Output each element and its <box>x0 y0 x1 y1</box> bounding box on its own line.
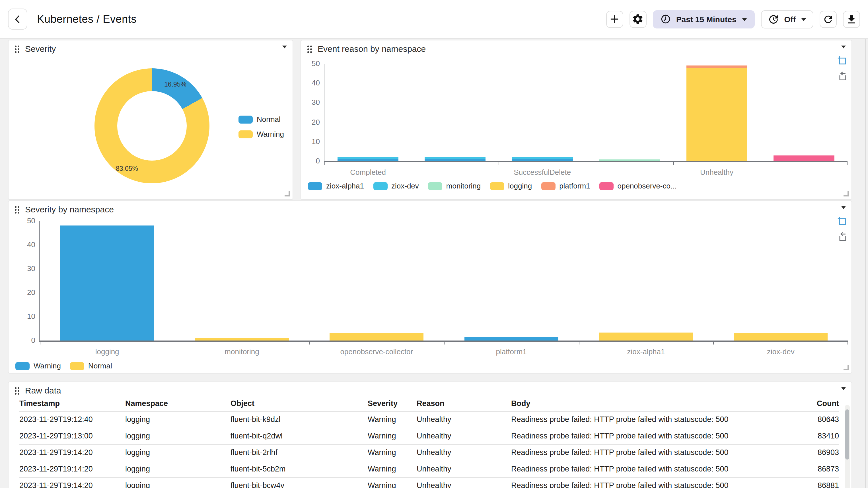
bar-segment-Normal[interactable] <box>734 333 828 340</box>
y-axis-label: 0 <box>297 157 320 166</box>
panel-menu-caret-icon[interactable] <box>841 387 846 390</box>
refresh-button[interactable] <box>819 10 837 28</box>
panel-menu-caret-icon[interactable] <box>282 45 287 49</box>
bar-segment-ziox-alpha1[interactable] <box>512 159 573 161</box>
x-axis-label: Unhealthy <box>700 168 734 177</box>
legend-item[interactable]: openobserve-co... <box>599 182 677 190</box>
dashboard-page: Kubernetes / Events Past 15 Minutes Off <box>0 0 868 488</box>
table-cell: Warning <box>368 461 416 477</box>
bar-segment-logging[interactable] <box>686 68 747 161</box>
x-axis-label: openobserve-collector <box>340 347 413 356</box>
page-title: Kubernetes / Events <box>37 13 136 25</box>
table-row: 2023-11-29T19:14:20loggingfluent-bit-bcw… <box>19 477 839 488</box>
legend-item[interactable]: logging <box>490 182 532 190</box>
settings-button[interactable] <box>629 10 647 28</box>
legend-item[interactable]: Warning <box>239 130 284 139</box>
legend-item[interactable]: Normal <box>239 115 284 124</box>
panel-severity: Severity 16.95% 83.05% NormalWarning <box>8 40 293 200</box>
auto-refresh-selector[interactable]: Off <box>761 10 813 28</box>
legend-label: ziox-dev <box>391 182 419 190</box>
y-axis-label: 40 <box>12 240 35 249</box>
panel-title: Severity by namespace <box>25 205 114 214</box>
severity-namespace-bar-chart[interactable]: 01020304050loggingmonitoringopenobserve-… <box>39 221 848 342</box>
x-axis-label: monitoring <box>224 347 259 356</box>
bar-segment-ziox-dev[interactable] <box>512 157 573 159</box>
drag-handle-icon[interactable] <box>307 45 309 47</box>
bar-segment-platform1[interactable] <box>686 66 747 68</box>
gear-icon <box>632 13 644 25</box>
resize-handle[interactable] <box>285 191 290 196</box>
panel-header: Severity by namespace <box>8 201 851 217</box>
bar-segment-ziox-alpha1[interactable] <box>425 159 486 161</box>
zoom-in-data-icon[interactable] <box>837 216 847 226</box>
legend-item[interactable]: Normal <box>70 362 112 370</box>
y-axis-label: 50 <box>297 59 320 68</box>
legend-item[interactable]: ziox-dev <box>373 182 419 190</box>
severity-legend: NormalWarning <box>239 115 284 139</box>
x-axis-label: ziox-dev <box>767 347 795 356</box>
chevron-down-icon <box>801 18 807 21</box>
bar-segment-ziox-dev[interactable] <box>425 157 486 159</box>
table-scrollbar-thumb[interactable] <box>845 409 849 460</box>
table-cell: fluent-bit-5cb2m <box>230 461 368 477</box>
bar-segment-Normal[interactable] <box>195 337 289 340</box>
legend-item[interactable]: ziox-alpha1 <box>308 182 364 190</box>
bar-segment-Normal[interactable] <box>599 332 693 340</box>
add-panel-button[interactable] <box>606 10 623 28</box>
legend-label: Warning <box>34 362 61 370</box>
bar-segment-openobserve-collector[interactable] <box>774 156 834 161</box>
x-axis-tick <box>847 340 848 344</box>
legend-item[interactable]: monitoring <box>428 182 481 190</box>
bar-segment-Warning[interactable] <box>464 337 558 340</box>
panel-tools <box>837 216 847 242</box>
x-axis-label: Completed <box>350 168 386 177</box>
legend-label: platform1 <box>559 182 590 190</box>
table-cell: logging <box>125 444 230 461</box>
panel-menu-caret-icon[interactable] <box>841 206 846 209</box>
bar-segment-Normal[interactable] <box>330 333 424 340</box>
refresh-icon <box>823 13 834 25</box>
resize-handle[interactable] <box>843 191 849 196</box>
table-cell: logging <box>125 428 230 444</box>
drag-handle-icon[interactable] <box>15 387 17 389</box>
table-cell: 86903 <box>759 444 839 461</box>
bar-segment-ziox-dev[interactable] <box>338 157 398 159</box>
panel-menu-caret-icon[interactable] <box>841 45 846 49</box>
legend-item[interactable]: Warning <box>16 362 61 370</box>
y-axis-label: 40 <box>297 79 320 88</box>
column-header: Reason <box>416 396 511 411</box>
table-row: 2023-11-29T19:14:20loggingfluent-bit-5cb… <box>19 461 839 477</box>
zoom-out-data-icon[interactable] <box>837 232 847 242</box>
panel-severity-by-namespace: Severity by namespace 01020304050logging… <box>8 201 852 373</box>
column-header: Timestamp <box>19 396 125 411</box>
event-reason-bar-chart[interactable]: 01020304050CompletedSuccessfulDeleteUnhe… <box>324 64 847 162</box>
export-button[interactable] <box>843 10 860 28</box>
bar-segment-monitoring[interactable] <box>599 159 660 161</box>
x-axis-label: logging <box>95 347 119 356</box>
raw-data-table: TimestampNamespaceObjectSeverityReasonBo… <box>19 396 839 488</box>
panel-header: Severity <box>8 40 292 56</box>
zoom-out-data-icon[interactable] <box>837 71 847 82</box>
table-cell: Warning <box>368 411 416 428</box>
y-axis-label: 20 <box>12 288 35 297</box>
resize-handle[interactable] <box>843 365 849 370</box>
download-icon <box>846 13 857 25</box>
severity-donut-chart[interactable] <box>94 68 210 183</box>
table-cell: Readiness probe failed: HTTP probe faile… <box>511 428 759 444</box>
back-button[interactable] <box>8 8 27 30</box>
y-axis-label: 50 <box>12 216 35 225</box>
legend-item[interactable]: platform1 <box>541 182 590 190</box>
y-axis-label: 10 <box>12 312 35 321</box>
bar-segment-ziox-alpha1[interactable] <box>338 159 398 161</box>
zoom-in-data-icon[interactable] <box>837 56 847 66</box>
table-cell: logging <box>125 477 230 488</box>
column-header: Namespace <box>125 396 230 411</box>
time-range-selector[interactable]: Past 15 Minutes <box>653 10 755 28</box>
drag-handle-icon[interactable] <box>15 206 17 208</box>
top-bar: Kubernetes / Events Past 15 Minutes Off <box>0 0 868 39</box>
time-range-label: Past 15 Minutes <box>676 14 737 24</box>
bar-segment-Warning[interactable] <box>60 226 154 340</box>
y-axis-label: 30 <box>12 264 35 273</box>
drag-handle-icon[interactable] <box>15 45 17 47</box>
auto-refresh-label: Off <box>784 14 796 24</box>
